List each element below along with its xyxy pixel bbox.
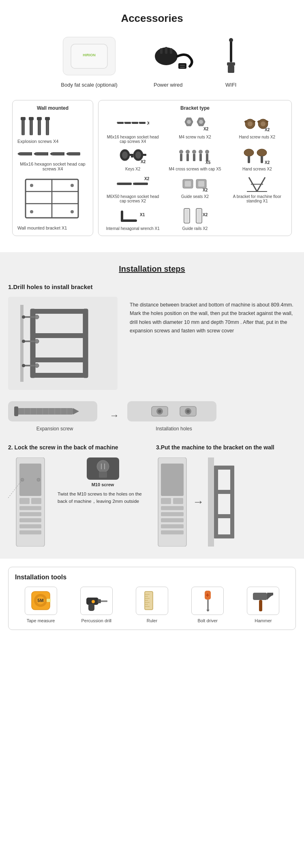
- svg-rect-171: [161, 506, 184, 510]
- bt-icon-guideseats: X2: [181, 174, 209, 193]
- svg-text:X4: X4: [147, 121, 149, 126]
- bt-item-keys: X2 Keys X2: [103, 147, 162, 171]
- svg-point-73: [135, 151, 141, 159]
- bt-icon-keys: X2: [119, 147, 147, 165]
- svg-rect-152: [19, 498, 30, 504]
- wall-mounted-title: Wall mounted: [17, 105, 88, 111]
- installation-holes-label: Installation holes: [156, 426, 192, 432]
- svg-rect-34: [68, 152, 80, 155]
- svg-rect-170: [173, 498, 183, 504]
- tools-box: Installation tools 5M: [8, 567, 296, 630]
- bolt-driver-icon-box: [191, 587, 224, 615]
- svg-marker-47: [124, 121, 125, 124]
- svg-rect-94: [134, 183, 148, 185]
- bt-item-m4nuts: X2 M4 screw nuts X2: [165, 115, 224, 144]
- svg-marker-51: [139, 121, 139, 124]
- bt-icon-m6x16: X4: [117, 115, 149, 133]
- bt-label-handscrews: Hand screws X2: [242, 167, 272, 171]
- tools-title: Installation tools: [15, 574, 289, 581]
- svg-rect-182: [214, 534, 234, 538]
- svg-rect-46: [125, 122, 131, 124]
- hammer-icon-box: [247, 587, 279, 615]
- tool-tape-measure: 5M Tape measure: [25, 587, 57, 623]
- bt-label-keys: Keys X2: [125, 167, 140, 171]
- bracket-type-title: Bracket type: [103, 105, 287, 111]
- svg-point-89: [257, 149, 267, 156]
- step3-title: 3.Put the machine to the bracket on the …: [156, 444, 296, 452]
- svg-text:X2: X2: [265, 160, 270, 165]
- svg-rect-17: [29, 117, 34, 120]
- svg-rect-116: [30, 309, 35, 378]
- bt-icon-handscrews: X2: [243, 147, 271, 165]
- svg-rect-112: [197, 209, 201, 222]
- wall-bracket-label: Wall mounted bracket X1: [17, 226, 67, 230]
- svg-point-160: [37, 478, 40, 481]
- bt-item-m6x50: X2 M6X50 hexagon socket head cap screws …: [103, 174, 162, 203]
- step3-col: 3.Put the machine to the bracket on the …: [156, 444, 296, 547]
- svg-rect-168: [161, 464, 184, 496]
- bt-item-floorbracket: A bracket for machine floor standing X1: [228, 174, 287, 203]
- svg-rect-206: [253, 593, 267, 600]
- tape-measure-label: Tape measure: [27, 618, 55, 623]
- svg-rect-83: [199, 154, 202, 161]
- svg-rect-20: [37, 117, 42, 120]
- top-item-scale: HIRION Body fat scale (optional): [61, 37, 117, 88]
- svg-rect-4: [165, 47, 167, 54]
- svg-rect-77: [180, 154, 182, 161]
- svg-rect-74: [141, 154, 146, 156]
- svg-marker-29: [34, 152, 36, 155]
- wall-item-m6x16: M6x16 hexagon socket head cap screws X4: [17, 148, 88, 171]
- svg-rect-48: [132, 122, 138, 124]
- svg-rect-100: [198, 181, 204, 187]
- svg-text:5M: 5M: [37, 598, 43, 603]
- svg-point-123: [22, 315, 25, 319]
- svg-rect-180: [214, 490, 234, 494]
- steps-2-3-row: 2. Lock the screw in the back of machine: [8, 444, 296, 547]
- svg-marker-45: [117, 121, 118, 124]
- svg-point-59: [248, 121, 253, 126]
- svg-point-42: [30, 210, 33, 213]
- bt-label-wrench: Internal hexagonal wrench X1: [106, 226, 160, 231]
- svg-rect-164: [99, 472, 107, 478]
- svg-rect-169: [161, 498, 171, 504]
- svg-point-43: [71, 210, 74, 213]
- bt-item-wrench: X1 Internal hexagonal wrench X1: [103, 206, 162, 231]
- explosion-screws-label: Explosion screws X4: [17, 139, 59, 144]
- bt-item-handscrews: X2 Hand screws X2: [228, 147, 287, 171]
- svg-point-10: [229, 38, 233, 42]
- svg-text:X2: X2: [141, 160, 146, 164]
- bt-icon-handnuts: X2: [243, 115, 271, 133]
- top-item-wifi: WIFI: [219, 37, 243, 88]
- svg-rect-90: [261, 156, 263, 163]
- svg-marker-32: [50, 152, 52, 155]
- svg-point-68: [122, 151, 128, 159]
- svg-rect-134: [14, 406, 18, 416]
- svg-rect-181: [214, 514, 234, 518]
- svg-rect-174: [161, 524, 184, 528]
- wifi-icon-box: [219, 37, 243, 75]
- bt-label-guideseats: Guide seats X2: [181, 194, 209, 199]
- svg-rect-50: [139, 122, 146, 124]
- bt-icon-guiderails: X2: [181, 206, 209, 225]
- svg-rect-177: [214, 466, 218, 538]
- svg-rect-79: [186, 154, 189, 161]
- drill-icon-box: [80, 587, 113, 615]
- svg-text:X2: X2: [203, 213, 208, 217]
- svg-rect-5: [170, 48, 172, 54]
- svg-point-40: [30, 184, 33, 187]
- bt-icon-floorbracket: [245, 174, 269, 193]
- svg-text:X5: X5: [206, 160, 211, 165]
- svg-rect-28: [36, 152, 48, 155]
- svg-rect-143: [127, 401, 216, 421]
- bt-icon-crossscrews: X5: [179, 147, 211, 165]
- bt-item-guiderails: X2 Guide rails X2: [165, 206, 224, 231]
- install-title: Installation steps: [8, 264, 296, 274]
- step2-content: M10 screw Twist the M10 screws to the ho…: [8, 457, 148, 547]
- svg-point-87: [244, 149, 254, 156]
- svg-rect-31: [52, 152, 64, 155]
- svg-rect-44: [118, 122, 124, 124]
- svg-point-56: [199, 120, 203, 124]
- svg-rect-132: [16, 408, 73, 415]
- arrow-right-icon: →: [109, 410, 119, 421]
- bt-label-guiderails: Guide rails X2: [182, 226, 208, 231]
